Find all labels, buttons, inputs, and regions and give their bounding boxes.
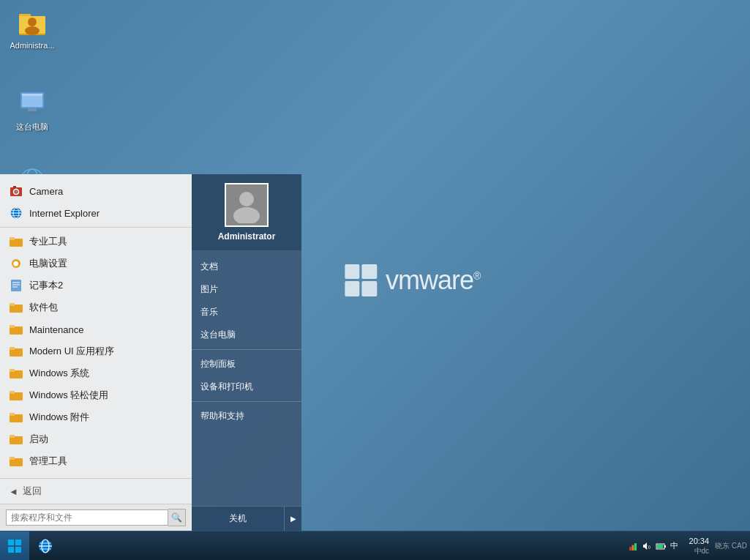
user-avatar[interactable]	[225, 183, 269, 227]
folder-icon-6	[9, 388, 23, 403]
folder-icon-5	[9, 366, 23, 381]
settings-icon: ⚙	[9, 256, 23, 271]
tray-lang-icon[interactable]: 中	[669, 540, 680, 552]
svg-rect-36	[10, 303, 15, 306]
start-item-win-accessories[interactable]: Windows 附件	[0, 406, 192, 428]
start-item-startup[interactable]: 启动	[0, 428, 192, 450]
admin-icon-label: Administra...	[10, 41, 54, 50]
start-right-item-help[interactable]: 帮助和支持	[192, 405, 301, 428]
start-shutdown-row: 关机 ▶	[192, 506, 301, 531]
svg-rect-65	[634, 543, 637, 550]
folder-icon-2	[9, 300, 23, 315]
vmware-grid-icon	[345, 264, 377, 296]
back-arrow-icon: ◄	[9, 486, 18, 497]
svg-rect-46	[10, 413, 15, 416]
svg-rect-63	[629, 547, 631, 550]
svg-point-19	[15, 190, 18, 193]
pc-icon-label: 这台电脑	[16, 122, 48, 132]
svg-rect-54	[8, 540, 14, 545]
svg-rect-55	[15, 540, 21, 545]
windows-icon	[7, 539, 22, 553]
folder-icon-8	[9, 432, 23, 447]
folder-icon-9	[9, 454, 23, 468]
system-tray: )) 中	[624, 540, 683, 552]
taskbar-ie-button[interactable]	[31, 531, 60, 561]
start-menu: Camera Internet Explorer	[0, 174, 301, 531]
svg-point-3	[28, 18, 37, 26]
start-item-software[interactable]: 软件包	[0, 296, 192, 318]
svg-text:)): ))	[648, 545, 650, 549]
folder-icon-1	[9, 234, 23, 249]
clock-brand: 中dc	[689, 546, 710, 556]
start-right-item-thispc[interactable]: 这台电脑	[192, 324, 301, 346]
svg-rect-20	[13, 186, 16, 188]
start-item-pc-settings[interactable]: ⚙ 电脑设置	[0, 253, 192, 275]
shutdown-button[interactable]: 关机	[192, 507, 284, 531]
start-right-item-controlpanel[interactable]: 控制面板	[192, 353, 301, 376]
start-right-item-docs[interactable]: 文档	[192, 255, 301, 278]
folder-icon-7	[9, 410, 23, 425]
start-item-modern-ui[interactable]: Modern UI 应用程序	[0, 340, 192, 362]
start-item-ie[interactable]: Internet Explorer	[0, 202, 192, 224]
start-item-prof-tools[interactable]: 专业工具	[0, 231, 192, 253]
vmware-logo: vmware®	[345, 264, 480, 296]
svg-point-4	[25, 26, 40, 35]
search-input[interactable]	[6, 509, 168, 526]
start-right-item-music[interactable]: 音乐	[192, 301, 301, 324]
tray-network-icon[interactable]	[627, 540, 639, 552]
svg-rect-31	[11, 280, 21, 291]
vmware-text: vmware®	[386, 265, 480, 296]
ie-icon	[9, 206, 23, 220]
svg-rect-38	[10, 325, 15, 328]
svg-rect-48	[10, 435, 15, 438]
svg-rect-40	[10, 347, 15, 350]
taskbar: )) 中 20:34 中dc 晓东 CAD	[0, 531, 750, 560]
start-separator-1	[0, 227, 192, 228]
svg-rect-44	[10, 391, 15, 394]
svg-marker-66	[643, 542, 647, 550]
tray-battery-icon[interactable]	[655, 540, 667, 552]
pc-icon	[18, 89, 47, 119]
taskbar-brand-text: 晓东 CAD	[715, 541, 750, 551]
svg-rect-70	[657, 545, 663, 548]
svg-rect-56	[8, 547, 14, 553]
start-back-button[interactable]: ◄ 返回	[0, 478, 192, 504]
start-right-item-devices[interactable]: 设备和打印机	[192, 376, 301, 398]
search-button[interactable]: 🔍	[168, 509, 186, 526]
svg-rect-8	[25, 111, 40, 113]
start-search-bar: 🔍	[0, 504, 192, 531]
shutdown-arrow-button[interactable]: ▶	[284, 507, 301, 531]
tray-volume-icon[interactable]: ))	[641, 540, 653, 552]
notepad-icon	[9, 278, 23, 293]
start-programs-list: Camera Internet Explorer	[0, 174, 192, 478]
desktop-icon-admin[interactable]: Administra...	[3, 6, 61, 53]
taskbar-clock[interactable]: 20:34 中dc	[683, 536, 716, 556]
folder-icon-3	[9, 322, 23, 337]
search-icon: 🔍	[171, 512, 182, 523]
svg-rect-50	[10, 457, 15, 460]
svg-rect-7	[28, 108, 37, 111]
svg-rect-57	[15, 547, 21, 553]
start-item-ease-of-access[interactable]: Windows 轻松使用	[0, 384, 192, 406]
start-right-separator	[192, 349, 301, 350]
svg-rect-9	[22, 94, 42, 96]
svg-text:⚙: ⚙	[12, 260, 19, 268]
start-right-item-pictures[interactable]: 图片	[192, 278, 301, 301]
start-item-camera[interactable]: Camera	[0, 180, 192, 202]
user-name: Administrator	[218, 231, 276, 242]
camera-icon	[9, 184, 23, 198]
start-right-items: 文档 图片 音乐 这台电脑 控制面板 设备和打印机 帮助和支持	[192, 251, 301, 506]
start-button[interactable]	[0, 531, 29, 561]
start-item-win-system[interactable]: Windows 系统	[0, 362, 192, 384]
start-item-notepad2[interactable]: 记事本2	[0, 275, 192, 296]
start-item-admin-tools[interactable]: 管理工具	[0, 450, 192, 472]
svg-point-52	[239, 192, 254, 206]
start-item-maintenance[interactable]: Maintenance	[0, 318, 192, 340]
svg-rect-64	[631, 545, 634, 550]
clock-time: 20:34	[689, 536, 710, 546]
start-user-section: Administrator	[192, 174, 301, 251]
admin-icon	[18, 9, 47, 38]
desktop-icon-pc[interactable]: 这台电脑	[3, 86, 61, 135]
taskbar-ie-icon	[37, 538, 53, 554]
start-menu-right: Administrator 文档 图片 音乐 这台电脑 控制面板 设备和打印机 …	[192, 174, 301, 531]
